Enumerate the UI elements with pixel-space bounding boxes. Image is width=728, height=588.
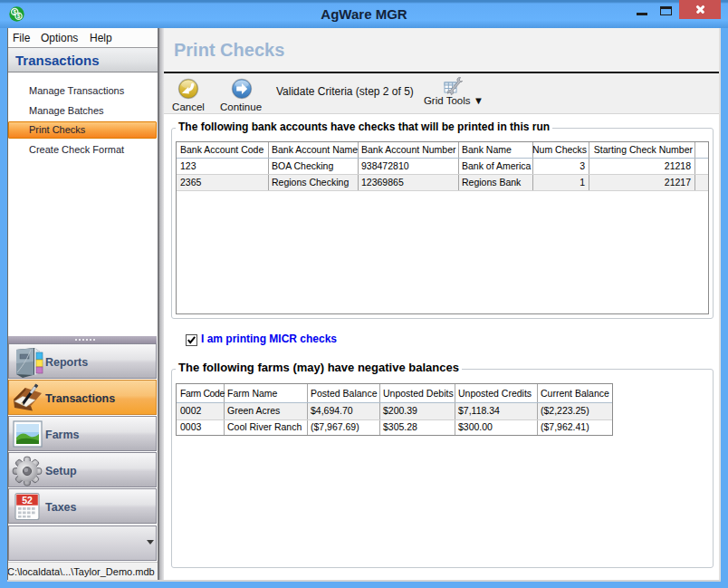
svg-text:$: $ [17,13,21,20]
svg-text:52: 52 [22,495,33,506]
